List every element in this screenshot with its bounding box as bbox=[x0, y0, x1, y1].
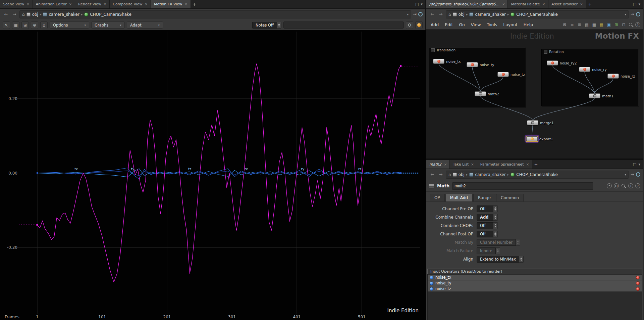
menu-edit[interactable]: Edit bbox=[442, 22, 456, 27]
node-merge1[interactable]: merge1 bbox=[527, 120, 554, 125]
network-canvas[interactable]: Indie Edition Motion FX −Translation −Ro… bbox=[426, 30, 643, 158]
menu-view[interactable]: View bbox=[468, 22, 484, 27]
back-icon[interactable]: ← bbox=[3, 11, 9, 18]
stepper-icon[interactable] bbox=[493, 231, 498, 237]
menu-add[interactable]: Add bbox=[428, 22, 442, 27]
node-export1[interactable]: export1 bbox=[526, 136, 553, 141]
search-icon[interactable] bbox=[628, 22, 634, 28]
node-math1[interactable]: math1 bbox=[589, 93, 613, 98]
breadcrumb-camera-shaker[interactable]: camera_shaker bbox=[469, 172, 505, 177]
tab-scene-view[interactable]: Scene View× bbox=[0, 0, 33, 8]
path-field[interactable]: ⌂ obj ▸ camera_shaker ▸ CHOP_CameraShake… bbox=[19, 10, 411, 18]
pin-pane-icon[interactable]: ⇥ bbox=[413, 12, 417, 17]
menu-layout[interactable]: Layout bbox=[500, 22, 521, 27]
snap-grid-icon[interactable]: ⊞ bbox=[613, 22, 619, 27]
pin-pane-icon[interactable]: ⇥ bbox=[631, 12, 634, 17]
network-box-icon[interactable]: ▣ bbox=[606, 22, 612, 27]
auto-update-icon[interactable] bbox=[418, 12, 423, 16]
node-noise-ry2[interactable]: noise_ry2 bbox=[547, 60, 577, 65]
menu-tools[interactable]: Tools bbox=[484, 22, 500, 27]
region-zoom-icon[interactable]: ⊞ bbox=[21, 21, 29, 29]
param-menu-combine-chops[interactable]: Off bbox=[477, 222, 493, 229]
help-icon[interactable]: ? bbox=[635, 22, 640, 27]
close-icon[interactable]: × bbox=[444, 163, 446, 166]
stepper-icon[interactable] bbox=[493, 214, 498, 221]
new-tab-button[interactable]: + bbox=[532, 160, 540, 169]
sticky-note-icon[interactable]: ▤ bbox=[599, 22, 604, 27]
pane-menu-icon[interactable]: ▾ bbox=[421, 2, 423, 6]
tab-material-palette[interactable]: Material Palette× bbox=[508, 0, 548, 8]
tools-icon[interactable]: ⊠ bbox=[562, 22, 568, 27]
tab-take-list[interactable]: Take List× bbox=[450, 160, 477, 169]
list-view-icon[interactable]: ≡ bbox=[569, 22, 575, 27]
grid-view-icon[interactable]: ▦ bbox=[591, 22, 597, 27]
close-icon[interactable]: × bbox=[542, 2, 545, 6]
adapt-menu[interactable]: Adapt▾ bbox=[127, 21, 163, 29]
list-item-noise-ty[interactable]: noise_ty bbox=[428, 280, 642, 286]
new-tab-button[interactable]: + bbox=[191, 0, 198, 8]
param-menu-align[interactable]: Extend to Min/Max bbox=[477, 256, 519, 263]
auto-update-icon[interactable] bbox=[636, 12, 640, 16]
list-item-noise-tz[interactable]: noise_tz bbox=[428, 286, 642, 291]
notes-menu[interactable]: Notes Off bbox=[252, 22, 277, 29]
node-noise-ty[interactable]: noise_ty bbox=[467, 62, 494, 67]
channel-graph[interactable]: 0.200.00-0.201101201301401501FramesIndie… bbox=[0, 30, 425, 320]
help-icon[interactable]: ? bbox=[635, 183, 640, 188]
floating-pane-icon[interactable]: □ bbox=[633, 2, 636, 6]
color-correction-button[interactable] bbox=[415, 21, 423, 29]
tab-render-view[interactable]: Render View× bbox=[75, 0, 110, 8]
asterisk-icon[interactable]: * bbox=[607, 183, 612, 188]
param-tab-range[interactable]: Range bbox=[473, 194, 495, 201]
breadcrumb-obj[interactable]: obj bbox=[453, 12, 465, 17]
breadcrumb-obj[interactable]: obj bbox=[453, 172, 465, 177]
motion-fx-graph-svg[interactable]: 0.200.00-0.201101201301401501FramesIndie… bbox=[0, 30, 426, 320]
floating-pane-icon[interactable]: □ bbox=[415, 2, 419, 6]
tab-network-path[interactable]: /obj/camera_shaker/CHOP_CameraS...× bbox=[426, 0, 508, 8]
options-menu[interactable]: Options▾ bbox=[50, 21, 89, 29]
param-menu-combine-channels[interactable]: Add bbox=[477, 214, 493, 221]
node-noise-tx[interactable]: noise_tx bbox=[433, 59, 461, 64]
breadcrumb-chop-camerashake[interactable]: CHOP_CameraShake bbox=[511, 12, 558, 17]
graphs-menu[interactable]: Graphs▾ bbox=[91, 21, 125, 29]
param-tab-common[interactable]: Common bbox=[496, 194, 524, 201]
path-dropdown-icon[interactable]: ▾ bbox=[407, 13, 409, 16]
tab-motion-fx-view[interactable]: Motion FX View× bbox=[151, 0, 191, 8]
pin-pane-icon[interactable]: ⇥ bbox=[631, 172, 634, 177]
pane-menu-icon[interactable]: ▾ bbox=[638, 2, 640, 6]
close-icon[interactable]: × bbox=[69, 2, 72, 6]
home-view-icon[interactable]: ⌂ bbox=[40, 21, 48, 29]
tab-asset-browser[interactable]: Asset Browser× bbox=[548, 0, 586, 8]
tree-view-icon[interactable]: ≣ bbox=[577, 22, 582, 27]
breadcrumb-camera-shaker[interactable]: camera_shaker bbox=[469, 12, 505, 17]
list-item-noise-tx[interactable]: noise_tx bbox=[428, 275, 642, 280]
path-field[interactable]: ⌂ obj ▸ camera_shaker ▸ CHOP_CameraShake… bbox=[446, 171, 629, 179]
path-dropdown-icon[interactable]: ▾ bbox=[625, 173, 627, 176]
stepper-icon[interactable] bbox=[519, 256, 524, 263]
frame-all-icon[interactable]: ⊕ bbox=[31, 21, 38, 29]
node-noise-rz[interactable]: noise_rz bbox=[607, 74, 635, 79]
breadcrumb-chop-camerashake[interactable]: CHOP_CameraShake bbox=[511, 172, 558, 177]
select-arrow-icon[interactable]: ↖ bbox=[3, 21, 10, 29]
remove-input-icon[interactable] bbox=[636, 287, 640, 291]
param-tab-mult-add[interactable]: Mult-Add bbox=[445, 194, 473, 201]
breadcrumb-obj[interactable]: obj bbox=[26, 12, 38, 17]
menu-help[interactable]: Help bbox=[521, 22, 536, 27]
close-icon[interactable]: × bbox=[26, 2, 29, 6]
h-flag-icon[interactable]: H bbox=[614, 183, 619, 188]
remove-input-icon[interactable] bbox=[636, 276, 640, 279]
param-menu-channel-pre-op[interactable]: Off bbox=[477, 205, 493, 212]
stepper-icon[interactable] bbox=[277, 22, 281, 29]
search-icon[interactable] bbox=[621, 183, 626, 189]
param-tab-op[interactable]: OP bbox=[430, 194, 445, 201]
back-icon[interactable]: ← bbox=[429, 171, 436, 178]
floating-pane-icon[interactable]: □ bbox=[633, 162, 636, 167]
stepper-icon[interactable] bbox=[493, 222, 498, 229]
breadcrumb-camera-shaker[interactable]: camera_shaker bbox=[43, 12, 79, 17]
remove-input-icon[interactable] bbox=[636, 281, 640, 285]
forward-icon[interactable]: → bbox=[437, 171, 444, 178]
breadcrumb-chop-camerashake[interactable]: CHOP_CameraShake bbox=[84, 12, 131, 17]
forward-icon[interactable]: → bbox=[437, 11, 444, 18]
path-field[interactable]: ⌂ obj ▸ camera_shaker ▸ CHOP_CameraShake… bbox=[446, 10, 629, 18]
node-math2[interactable]: math2 bbox=[475, 91, 499, 96]
tab-composite-view[interactable]: Composite View× bbox=[110, 0, 151, 8]
